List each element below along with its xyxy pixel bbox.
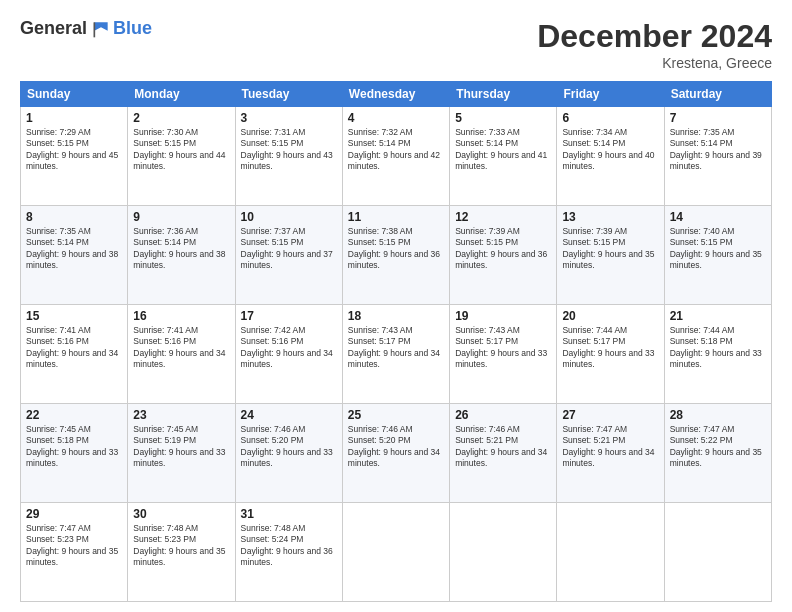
day-number: 30 xyxy=(133,507,229,521)
day-number: 11 xyxy=(348,210,444,224)
day-info: Sunrise: 7:45 AMSunset: 5:18 PMDaylight:… xyxy=(26,424,118,468)
day-number: 19 xyxy=(455,309,551,323)
day-info: Sunrise: 7:47 AMSunset: 5:21 PMDaylight:… xyxy=(562,424,654,468)
day-number: 28 xyxy=(670,408,766,422)
table-row: 19 Sunrise: 7:43 AMSunset: 5:17 PMDaylig… xyxy=(450,305,557,404)
table-row: 3 Sunrise: 7:31 AMSunset: 5:15 PMDayligh… xyxy=(235,107,342,206)
header-tuesday: Tuesday xyxy=(235,82,342,107)
table-row: 7 Sunrise: 7:35 AMSunset: 5:14 PMDayligh… xyxy=(664,107,771,206)
day-number: 6 xyxy=(562,111,658,125)
logo: General Blue xyxy=(20,18,152,39)
title-block: December 2024 Krestena, Greece xyxy=(537,18,772,71)
logo-general-text: General xyxy=(20,18,87,39)
day-info: Sunrise: 7:46 AMSunset: 5:21 PMDaylight:… xyxy=(455,424,547,468)
table-row: 11 Sunrise: 7:38 AMSunset: 5:15 PMDaylig… xyxy=(342,206,449,305)
day-number: 9 xyxy=(133,210,229,224)
table-row xyxy=(664,503,771,602)
day-number: 3 xyxy=(241,111,337,125)
day-info: Sunrise: 7:46 AMSunset: 5:20 PMDaylight:… xyxy=(241,424,333,468)
table-row: 21 Sunrise: 7:44 AMSunset: 5:18 PMDaylig… xyxy=(664,305,771,404)
table-row: 26 Sunrise: 7:46 AMSunset: 5:21 PMDaylig… xyxy=(450,404,557,503)
table-row: 5 Sunrise: 7:33 AMSunset: 5:14 PMDayligh… xyxy=(450,107,557,206)
day-number: 15 xyxy=(26,309,122,323)
table-row: 1 Sunrise: 7:29 AMSunset: 5:15 PMDayligh… xyxy=(21,107,128,206)
day-number: 4 xyxy=(348,111,444,125)
day-number: 25 xyxy=(348,408,444,422)
table-row: 25 Sunrise: 7:46 AMSunset: 5:20 PMDaylig… xyxy=(342,404,449,503)
day-number: 16 xyxy=(133,309,229,323)
day-number: 17 xyxy=(241,309,337,323)
header-sunday: Sunday xyxy=(21,82,128,107)
day-info: Sunrise: 7:47 AMSunset: 5:23 PMDaylight:… xyxy=(26,523,118,567)
day-info: Sunrise: 7:48 AMSunset: 5:24 PMDaylight:… xyxy=(241,523,333,567)
table-row: 30 Sunrise: 7:48 AMSunset: 5:23 PMDaylig… xyxy=(128,503,235,602)
day-number: 1 xyxy=(26,111,122,125)
table-row: 18 Sunrise: 7:43 AMSunset: 5:17 PMDaylig… xyxy=(342,305,449,404)
day-info: Sunrise: 7:43 AMSunset: 5:17 PMDaylight:… xyxy=(348,325,440,369)
day-info: Sunrise: 7:33 AMSunset: 5:14 PMDaylight:… xyxy=(455,127,547,171)
table-row: 22 Sunrise: 7:45 AMSunset: 5:18 PMDaylig… xyxy=(21,404,128,503)
table-row: 6 Sunrise: 7:34 AMSunset: 5:14 PMDayligh… xyxy=(557,107,664,206)
logo-blue-text: Blue xyxy=(113,18,152,39)
table-row: 15 Sunrise: 7:41 AMSunset: 5:16 PMDaylig… xyxy=(21,305,128,404)
day-number: 26 xyxy=(455,408,551,422)
header-friday: Friday xyxy=(557,82,664,107)
day-info: Sunrise: 7:39 AMSunset: 5:15 PMDaylight:… xyxy=(455,226,547,270)
day-info: Sunrise: 7:41 AMSunset: 5:16 PMDaylight:… xyxy=(26,325,118,369)
day-info: Sunrise: 7:37 AMSunset: 5:15 PMDaylight:… xyxy=(241,226,333,270)
day-info: Sunrise: 7:40 AMSunset: 5:15 PMDaylight:… xyxy=(670,226,762,270)
day-number: 20 xyxy=(562,309,658,323)
day-info: Sunrise: 7:47 AMSunset: 5:22 PMDaylight:… xyxy=(670,424,762,468)
day-info: Sunrise: 7:39 AMSunset: 5:15 PMDaylight:… xyxy=(562,226,654,270)
day-info: Sunrise: 7:44 AMSunset: 5:17 PMDaylight:… xyxy=(562,325,654,369)
table-row: 17 Sunrise: 7:42 AMSunset: 5:16 PMDaylig… xyxy=(235,305,342,404)
day-number: 7 xyxy=(670,111,766,125)
location: Krestena, Greece xyxy=(537,55,772,71)
table-row: 24 Sunrise: 7:46 AMSunset: 5:20 PMDaylig… xyxy=(235,404,342,503)
svg-rect-1 xyxy=(94,22,96,37)
calendar-week-row: 1 Sunrise: 7:29 AMSunset: 5:15 PMDayligh… xyxy=(21,107,772,206)
day-number: 24 xyxy=(241,408,337,422)
day-info: Sunrise: 7:32 AMSunset: 5:14 PMDaylight:… xyxy=(348,127,440,171)
day-info: Sunrise: 7:29 AMSunset: 5:15 PMDaylight:… xyxy=(26,127,118,171)
day-number: 23 xyxy=(133,408,229,422)
table-row: 10 Sunrise: 7:37 AMSunset: 5:15 PMDaylig… xyxy=(235,206,342,305)
table-row: 31 Sunrise: 7:48 AMSunset: 5:24 PMDaylig… xyxy=(235,503,342,602)
day-info: Sunrise: 7:35 AMSunset: 5:14 PMDaylight:… xyxy=(670,127,762,171)
day-info: Sunrise: 7:44 AMSunset: 5:18 PMDaylight:… xyxy=(670,325,762,369)
day-number: 13 xyxy=(562,210,658,224)
table-row: 8 Sunrise: 7:35 AMSunset: 5:14 PMDayligh… xyxy=(21,206,128,305)
day-info: Sunrise: 7:34 AMSunset: 5:14 PMDaylight:… xyxy=(562,127,654,171)
table-row: 9 Sunrise: 7:36 AMSunset: 5:14 PMDayligh… xyxy=(128,206,235,305)
day-info: Sunrise: 7:42 AMSunset: 5:16 PMDaylight:… xyxy=(241,325,333,369)
calendar-week-row: 22 Sunrise: 7:45 AMSunset: 5:18 PMDaylig… xyxy=(21,404,772,503)
table-row: 12 Sunrise: 7:39 AMSunset: 5:15 PMDaylig… xyxy=(450,206,557,305)
header: General Blue December 2024 Krestena, Gre… xyxy=(20,18,772,71)
day-number: 14 xyxy=(670,210,766,224)
day-info: Sunrise: 7:46 AMSunset: 5:20 PMDaylight:… xyxy=(348,424,440,468)
table-row xyxy=(450,503,557,602)
table-row: 2 Sunrise: 7:30 AMSunset: 5:15 PMDayligh… xyxy=(128,107,235,206)
day-info: Sunrise: 7:48 AMSunset: 5:23 PMDaylight:… xyxy=(133,523,225,567)
month-title: December 2024 xyxy=(537,18,772,55)
table-row: 29 Sunrise: 7:47 AMSunset: 5:23 PMDaylig… xyxy=(21,503,128,602)
day-info: Sunrise: 7:35 AMSunset: 5:14 PMDaylight:… xyxy=(26,226,118,270)
calendar-week-row: 29 Sunrise: 7:47 AMSunset: 5:23 PMDaylig… xyxy=(21,503,772,602)
table-row: 13 Sunrise: 7:39 AMSunset: 5:15 PMDaylig… xyxy=(557,206,664,305)
day-info: Sunrise: 7:38 AMSunset: 5:15 PMDaylight:… xyxy=(348,226,440,270)
table-row: 14 Sunrise: 7:40 AMSunset: 5:15 PMDaylig… xyxy=(664,206,771,305)
day-number: 27 xyxy=(562,408,658,422)
calendar-week-row: 8 Sunrise: 7:35 AMSunset: 5:14 PMDayligh… xyxy=(21,206,772,305)
day-info: Sunrise: 7:45 AMSunset: 5:19 PMDaylight:… xyxy=(133,424,225,468)
calendar-page: General Blue December 2024 Krestena, Gre… xyxy=(0,0,792,612)
table-row xyxy=(557,503,664,602)
logo-flag-icon xyxy=(91,19,111,39)
day-number: 22 xyxy=(26,408,122,422)
day-number: 29 xyxy=(26,507,122,521)
header-monday: Monday xyxy=(128,82,235,107)
day-number: 21 xyxy=(670,309,766,323)
day-info: Sunrise: 7:31 AMSunset: 5:15 PMDaylight:… xyxy=(241,127,333,171)
header-saturday: Saturday xyxy=(664,82,771,107)
table-row: 27 Sunrise: 7:47 AMSunset: 5:21 PMDaylig… xyxy=(557,404,664,503)
day-info: Sunrise: 7:36 AMSunset: 5:14 PMDaylight:… xyxy=(133,226,225,270)
